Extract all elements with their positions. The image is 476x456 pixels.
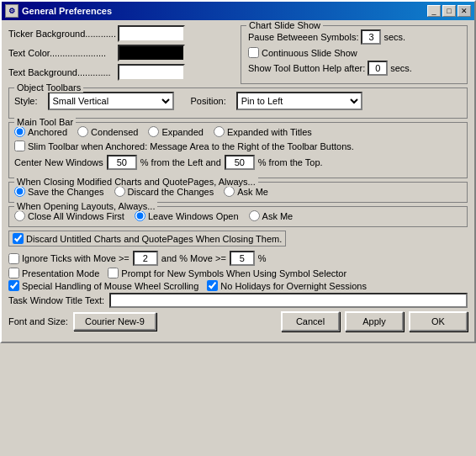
ignore-ticks-checkbox[interactable] [8, 253, 19, 264]
discard-changes-radio[interactable] [114, 186, 125, 197]
leave-open-label: Leave Windows Open [148, 211, 239, 221]
main-toolbar-title: Main Tool Bar [14, 117, 76, 127]
ignore-ticks-item[interactable]: Ignore Ticks with Move >= [8, 253, 130, 264]
tool-help-input[interactable] [368, 61, 388, 76]
close-first-radio[interactable] [14, 210, 25, 221]
task-title-row: Task Window Title Text: [8, 293, 468, 308]
anchored-radio-item[interactable]: Anchored [14, 126, 67, 137]
position-select[interactable]: Pin to Left Pin to Right Float [236, 92, 362, 110]
from-left-label: % from the Left and [140, 157, 221, 167]
discard-untitled-item[interactable]: Discard Untitled Charts and QuotePages W… [8, 231, 286, 247]
condensed-radio[interactable] [77, 126, 88, 137]
cancel-button[interactable]: Cancel [281, 311, 340, 331]
ignore-ticks-row: Ignore Ticks with Move >= and % Move >= … [8, 251, 468, 266]
main-toolbar-group: Main Tool Bar Anchored Condensed Expande… [8, 122, 468, 178]
font-label: Font and Size: [8, 316, 68, 326]
close-first-label: Close All Windows First [28, 211, 124, 221]
title-bar: ⚙ General Preferences _ □ ✕ [2, 2, 474, 20]
center-top-input[interactable] [225, 155, 255, 170]
app-icon: ⚙ [5, 4, 19, 18]
move-pct-input[interactable] [230, 251, 255, 266]
condensed-radio-item[interactable]: Condensed [77, 126, 138, 137]
no-holidays-checkbox[interactable] [207, 280, 218, 291]
prompt-item[interactable]: Prompt for New Symbols When Using Symbol… [108, 268, 346, 278]
chart-slide-title: Chart Slide Show [246, 20, 323, 30]
discard-untitled-checkbox[interactable] [13, 233, 24, 244]
text-bg-input[interactable] [118, 64, 185, 81]
anchored-label: Anchored [28, 127, 67, 137]
discard-changes-label: Discard the Changes [128, 187, 214, 197]
ask-me-closing-radio-item[interactable]: Ask Me [224, 186, 268, 197]
close-button[interactable]: ✕ [457, 5, 471, 17]
pause-unit: secs. [383, 32, 405, 42]
pct-symbol: % [258, 253, 267, 263]
expanded-titles-radio[interactable] [214, 126, 225, 137]
presentation-checkbox[interactable] [8, 268, 19, 278]
slim-toolbar-item[interactable]: Slim Toolbar when Anchored: Message Area… [14, 141, 462, 151]
prompt-label: Prompt for New Symbols When Using Symbol… [121, 268, 346, 278]
ask-me-opening-label: Ask Me [262, 211, 294, 221]
text-bg-label: Text Background............. [8, 67, 118, 77]
special-mouse-label: Special Handling of Mouse Wheel Scrollin… [22, 281, 198, 291]
toolbar-radio-row1: Anchored Condensed Expanded Expanded wit… [14, 126, 462, 137]
maximize-button[interactable]: □ [442, 5, 456, 17]
ask-me-opening-radio-item[interactable]: Ask Me [249, 210, 294, 221]
save-changes-radio[interactable] [14, 186, 25, 197]
ticker-bg-row: Ticker Background............ [8, 25, 234, 42]
task-title-input[interactable] [109, 293, 468, 308]
expanded-titles-radio-item[interactable]: Expanded with Titles [214, 126, 312, 137]
action-buttons: Cancel Apply OK [281, 311, 468, 331]
apply-button[interactable]: Apply [345, 311, 404, 331]
presentation-item[interactable]: Presentation Mode [8, 268, 99, 278]
presentation-row: Presentation Mode Prompt for New Symbols… [8, 268, 468, 278]
slim-toolbar-label: Slim Toolbar when Anchored: Message Area… [28, 141, 354, 151]
leave-open-radio-item[interactable]: Leave Windows Open [135, 210, 239, 221]
title-buttons: _ □ ✕ [427, 5, 471, 17]
closing-charts-group: When Closing Modified Charts and QuotePa… [8, 182, 468, 203]
top-left-fields: Ticker Background............ Text Color… [8, 25, 234, 84]
ok-button[interactable]: OK [409, 311, 468, 331]
save-changes-label: Save the Changes [28, 187, 104, 197]
slim-toolbar-checkbox[interactable] [14, 141, 25, 151]
save-changes-radio-item[interactable]: Save the Changes [14, 186, 104, 197]
center-windows-row: Center New Windows % from the Left and %… [14, 155, 462, 170]
position-label: Position: [191, 96, 226, 106]
special-mouse-item[interactable]: Special Handling of Mouse Wheel Scrollin… [8, 280, 198, 291]
ask-me-opening-radio[interactable] [249, 210, 260, 221]
opening-radio-row: Close All Windows First Leave Windows Op… [14, 210, 462, 221]
special-mouse-checkbox[interactable] [8, 280, 19, 291]
condensed-label: Condensed [91, 127, 138, 137]
closing-radio-row: Save the Changes Discard the Changes Ask… [14, 186, 462, 197]
chart-slide-section: Chart Slide Show Pause Betweeen Symbols:… [241, 25, 468, 84]
title-bar-left: ⚙ General Preferences [5, 4, 112, 18]
mouse-holidays-row: Special Handling of Mouse Wheel Scrollin… [8, 280, 468, 291]
discard-untitled-label: Discard Untitled Charts and QuotePages W… [26, 234, 282, 244]
close-first-radio-item[interactable]: Close All Windows First [14, 210, 124, 221]
anchored-radio[interactable] [14, 126, 25, 137]
font-area: Font and Size: Courier New-9 [8, 312, 156, 331]
prompt-checkbox[interactable] [108, 268, 119, 278]
ticker-bg-label: Ticker Background............ [8, 29, 118, 39]
center-left-input[interactable] [107, 155, 137, 170]
minimize-button[interactable]: _ [427, 5, 441, 17]
expanded-label: Expanded [161, 127, 204, 137]
font-button[interactable]: Courier New-9 [73, 312, 156, 331]
opening-layouts-group: When Opening Layouts, Always... Close Al… [8, 206, 468, 227]
no-holidays-label: No Holidays for Overnight Sessions [220, 281, 367, 291]
pause-value-input[interactable] [361, 29, 381, 45]
discard-changes-radio-item[interactable]: Discard the Changes [114, 186, 214, 197]
top-area: Ticker Background............ Text Color… [8, 25, 468, 84]
ticker-bg-input[interactable] [118, 25, 185, 42]
footer-row: Font and Size: Courier New-9 Cancel Appl… [8, 311, 468, 334]
ask-me-closing-radio[interactable] [224, 186, 235, 197]
expanded-radio[interactable] [148, 126, 159, 137]
text-color-input[interactable] [118, 45, 185, 61]
object-toolbars-group: Object Toolbars Style: Small Vertical La… [8, 87, 468, 119]
center-label: Center New Windows [14, 157, 103, 167]
ignore-ticks-value-input[interactable] [133, 251, 158, 266]
continuous-checkbox[interactable] [248, 47, 259, 58]
expanded-radio-item[interactable]: Expanded [148, 126, 204, 137]
no-holidays-item[interactable]: No Holidays for Overnight Sessions [207, 280, 367, 291]
style-select[interactable]: Small Vertical Large Vertical Small Hori… [48, 92, 174, 110]
leave-open-radio[interactable] [135, 210, 145, 221]
